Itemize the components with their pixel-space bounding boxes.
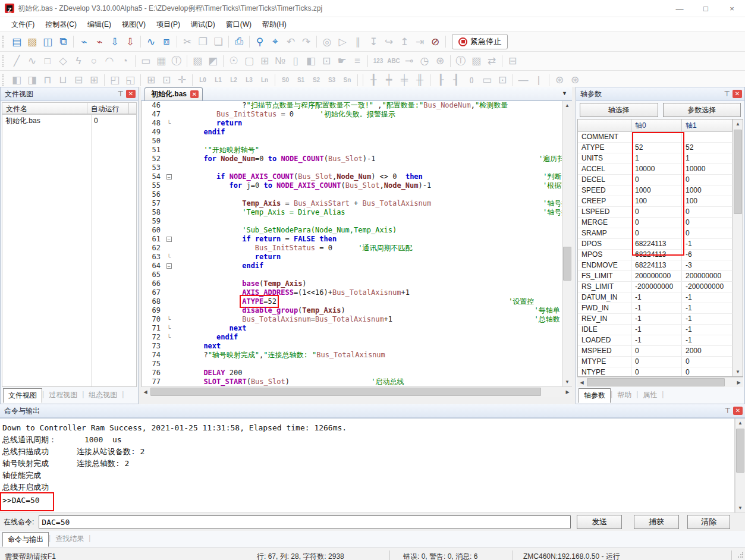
axis1-value[interactable]: -1 <box>682 239 733 249</box>
axis-column-header[interactable] <box>578 119 631 131</box>
scroll-up-icon[interactable]: ▲ <box>735 419 745 427</box>
number-display-icon[interactable]: № <box>272 54 288 68</box>
find-icon[interactable]: ⚲ <box>252 34 268 49</box>
align-top-icon[interactable]: ⊓ <box>40 73 55 87</box>
ruler-icon[interactable]: ▭ <box>138 54 153 68</box>
same-height-icon[interactable]: ◱ <box>122 73 138 87</box>
file-column-header[interactable]: 自动运行 <box>87 102 129 114</box>
grid-table-icon[interactable]: ▦ <box>153 54 169 68</box>
code-line-64[interactable]: 64–endif <box>142 262 562 270</box>
editor-hscroll-thumb[interactable] <box>150 388 541 396</box>
fold-margin[interactable] <box>164 270 174 279</box>
axis-column-header[interactable]: 轴1 <box>682 119 733 131</box>
download-ram-icon[interactable]: ⇩ <box>107 34 122 49</box>
swap-control-icon[interactable]: ⇄ <box>484 54 499 68</box>
code-line-63[interactable]: 63└return <box>142 253 562 262</box>
fold-margin[interactable]: – <box>164 172 174 181</box>
capture-button[interactable]: 捕获 <box>634 515 679 529</box>
contact-nc-icon[interactable]: ┿ <box>381 73 397 87</box>
tab-help[interactable]: 帮助 <box>612 388 636 402</box>
cut-icon[interactable]: ✂ <box>180 34 195 49</box>
debug-pause-icon[interactable]: ∥ <box>350 34 366 49</box>
layer-0-icon[interactable]: L0 <box>195 73 210 87</box>
open-folder-icon[interactable]: ▨ <box>24 34 40 49</box>
code-line-48[interactable]: 48└return <box>142 119 562 128</box>
fold-margin[interactable]: └ <box>164 315 174 324</box>
compare-block-icon[interactable]: () <box>464 73 479 87</box>
code-line-73[interactable]: 73next <box>142 342 562 351</box>
same-width-icon[interactable]: ◰ <box>107 73 122 87</box>
fold-margin[interactable] <box>164 128 174 137</box>
scroll-up-icon[interactable]: ▲ <box>733 119 743 128</box>
axis0-value[interactable]: 0 <box>631 207 682 217</box>
step-over-icon[interactable]: ↪ <box>381 34 397 49</box>
fold-margin[interactable] <box>164 101 174 110</box>
grid-show-icon[interactable]: ⊞ <box>143 73 159 87</box>
menu-item[interactable]: 帮助(H) <box>257 18 292 32</box>
save-all-icon[interactable]: ⧉ <box>55 34 71 49</box>
scroll-right-icon[interactable]: ▶ <box>734 380 743 385</box>
code-line-69[interactable]: 69disable_group(Temp_Axis) '每轴单 <box>142 306 562 315</box>
axis0-value[interactable]: -200000000 <box>631 282 682 292</box>
code-line-72[interactable]: 72└endif <box>142 333 562 342</box>
axis1-value[interactable]: 1 <box>682 153 733 163</box>
axis1-value[interactable]: -6 <box>682 250 733 260</box>
axis0-value[interactable]: 52 <box>631 143 682 153</box>
fold-margin[interactable] <box>164 155 174 163</box>
axis0-value[interactable]: 200000000 <box>631 271 682 281</box>
button-widget-icon[interactable]: ⊡ <box>319 54 334 68</box>
code-line-49[interactable]: 49endif <box>142 128 562 137</box>
code-line-77[interactable]: 77SLOT_START(Bus_Slot) '启动总线 <box>142 377 562 386</box>
resize-grip[interactable] <box>737 552 743 558</box>
coil-icon[interactable]: ┠ <box>433 73 448 87</box>
stop-task-icon[interactable]: ⊘ <box>427 34 443 49</box>
axis1-value[interactable]: 200000000 <box>682 271 733 281</box>
toolbar-grip[interactable] <box>2 36 6 48</box>
code-line-65[interactable]: 65 <box>142 270 562 279</box>
connect-controller-icon[interactable]: ⌁ <box>76 34 92 49</box>
online-command-input[interactable] <box>39 515 571 528</box>
draw-zigzag-icon[interactable]: ϟ <box>71 54 86 68</box>
draw-ellipse-icon[interactable]: ○ <box>86 54 102 68</box>
copy-icon[interactable]: ❐ <box>195 34 210 49</box>
menu-item[interactable]: 视图(V) <box>117 18 151 32</box>
fold-margin[interactable] <box>164 351 174 360</box>
step-into-icon[interactable]: ↧ <box>366 34 381 49</box>
axis1-value[interactable]: -1 <box>682 335 733 345</box>
axis-hscroll-thumb[interactable] <box>587 378 725 386</box>
fold-margin[interactable] <box>164 244 174 253</box>
contact-fall-icon[interactable]: ╫ <box>412 73 427 87</box>
emergency-stop-button[interactable]: 紧急停止 <box>452 34 508 49</box>
debug-start-icon[interactable]: ◎ <box>319 34 335 49</box>
code-line-59[interactable]: 59 <box>142 217 562 226</box>
draw-curve-icon[interactable]: ∿ <box>24 54 40 68</box>
bus-config-icon[interactable]: ⧈ <box>159 34 174 49</box>
axis1-value[interactable]: 10000 <box>682 164 733 174</box>
editor-horizontal-scrollbar[interactable]: ◀ ▶ <box>141 386 572 397</box>
scroll-down-icon[interactable]: ▼ <box>733 367 743 376</box>
tab-properties[interactable]: 属性 <box>638 388 662 402</box>
draw-line-icon[interactable]: ╱ <box>9 54 24 68</box>
menu-item[interactable]: 控制器(C) <box>40 18 82 32</box>
axis1-value[interactable]: -1 <box>682 292 733 303</box>
code-line-70[interactable]: 70└Bus_TotalAxisnum=Bus_TotalAxisnum+1 '… <box>142 315 562 324</box>
axis1-value[interactable]: 0 <box>682 207 733 217</box>
code-line-57[interactable]: 57Temp_Axis = Bus_AxisStart + Bus_TotalA… <box>142 199 562 208</box>
axis-select-button[interactable]: 轴选择 <box>580 103 658 117</box>
fold-collapse-icon[interactable]: – <box>166 263 172 269</box>
invert-block-icon[interactable]: ⊡ <box>495 73 510 87</box>
axis-horizontal-scrollbar[interactable]: ◀ ▶ <box>577 377 743 387</box>
coil-set-icon[interactable]: ┨ <box>448 73 464 87</box>
axis1-value[interactable]: 0 <box>682 218 733 228</box>
contact-no-icon[interactable]: ╂ <box>366 73 381 87</box>
fold-margin[interactable]: – <box>164 235 174 244</box>
axis0-value[interactable]: 68224113 <box>631 250 682 260</box>
axis1-value[interactable]: 100 <box>682 196 733 206</box>
run-to-cursor-icon[interactable]: ⇥ <box>412 34 427 49</box>
fold-collapse-icon[interactable]: – <box>166 237 172 242</box>
send-button[interactable]: 发送 <box>577 515 622 529</box>
hline-icon[interactable]: ― <box>515 73 531 87</box>
axis-vertical-scrollbar[interactable]: ▲ ▼ <box>733 119 743 376</box>
scroll-down-icon[interactable]: ▼ <box>735 504 745 512</box>
new-file-icon[interactable]: ▤ <box>9 34 24 49</box>
